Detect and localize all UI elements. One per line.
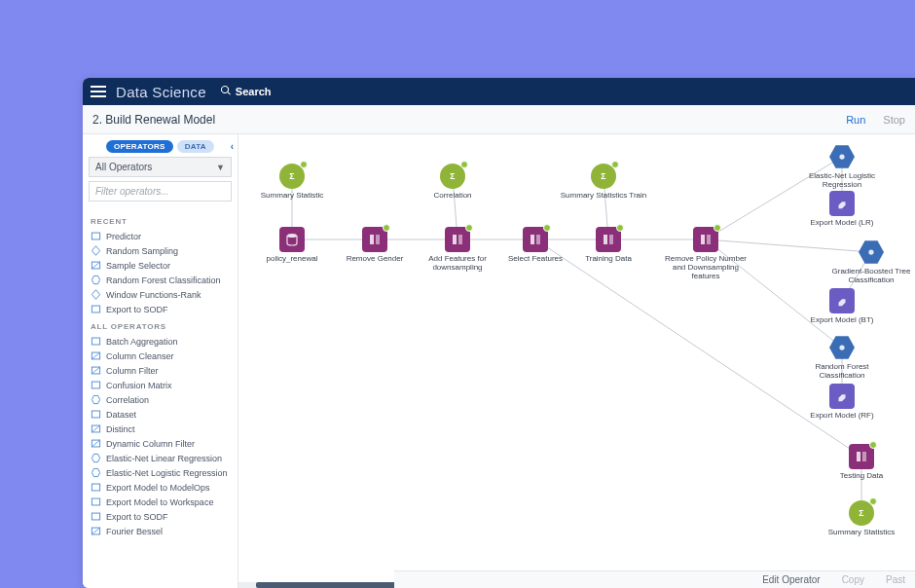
canvas-footer: Edit Operator Copy Past — [394, 570, 915, 588]
operator-item-label: Column Filter — [106, 366, 159, 376]
status-dot-icon — [465, 224, 473, 232]
node-label: Select Features — [508, 255, 563, 264]
node-corr[interactable]: ΣCorrelation — [409, 164, 496, 201]
node-label: Summary Statistic — [261, 192, 323, 201]
filter-operators-input[interactable] — [89, 181, 232, 202]
node-label: Export Model (LR) — [811, 219, 874, 228]
status-dot-icon — [383, 224, 390, 232]
svg-rect-43 — [458, 235, 462, 244]
svg-line-19 — [92, 528, 99, 534]
operator-item[interactable]: Random Forest Classification — [83, 273, 238, 287]
node-label: Training Data — [585, 255, 632, 264]
rect-icon — [91, 482, 101, 493]
operator-item[interactable]: Elastic-Net Logistic Regression — [83, 465, 238, 480]
section-recent: RECENT — [83, 211, 238, 229]
collapse-sidebar-icon[interactable]: ‹ — [231, 141, 234, 152]
operator-item[interactable]: Sample Selector — [83, 258, 238, 273]
rect-icon — [91, 409, 101, 420]
node-enlr[interactable]: Elastic-Net Logistic Regression — [798, 144, 886, 190]
node-sumstats2[interactable]: ΣSummary Statistics — [818, 500, 905, 537]
svg-rect-46 — [604, 235, 607, 244]
copy-link[interactable]: Copy — [842, 574, 864, 585]
run-button[interactable]: Run — [846, 114, 865, 126]
operator-item[interactable]: Window Functions-Rank — [83, 287, 238, 302]
svg-point-50 — [839, 154, 844, 159]
node-sumtrain[interactable]: ΣSummary Statistics Train — [560, 164, 647, 201]
all-operators-dropdown[interactable]: All Operators ▼ — [89, 157, 232, 177]
rectslash-icon — [91, 260, 101, 271]
operator-item-label: Fourier Bessel — [106, 527, 163, 536]
node-policy[interactable]: policy_renewal — [248, 227, 336, 264]
search-button[interactable]: Search — [220, 85, 272, 98]
rectslash-icon — [91, 526, 101, 536]
operator-item[interactable]: Export to SODF — [83, 509, 238, 524]
operator-item[interactable]: Batch Aggregation — [83, 334, 238, 349]
operator-item[interactable]: Correlation — [83, 392, 238, 407]
operator-item[interactable]: Dataset — [83, 407, 238, 422]
node-label: Gradient-Boosted Tree Classification — [827, 268, 915, 285]
edit-operator-link[interactable]: Edit Operator — [762, 574, 820, 585]
status-dot-icon — [616, 224, 624, 232]
rect-icon — [91, 511, 101, 522]
status-dot-icon — [543, 224, 551, 232]
operator-item[interactable]: Confusion Matrix — [83, 378, 238, 392]
paste-link[interactable]: Past — [886, 574, 905, 585]
operator-item[interactable]: Export to SODF — [83, 302, 238, 316]
node-label: Remove Policy Number and Downsampling fe… — [662, 255, 750, 280]
status-dot-icon — [714, 224, 721, 232]
node-label: Add Features for downsampling — [414, 255, 501, 273]
node-rfc[interactable]: Random Forest Classification — [798, 335, 886, 381]
operator-item[interactable]: Fourier Bessel — [83, 524, 238, 538]
operator-item[interactable]: Export Model to ModelOps — [83, 480, 238, 495]
operator-item[interactable]: Predictor — [83, 229, 238, 243]
svg-point-39 — [287, 234, 297, 238]
operator-item[interactable]: Export Model to Workspace — [83, 495, 238, 509]
node-label: Export Model (RF) — [810, 412, 873, 421]
svg-rect-9 — [92, 382, 99, 388]
svg-line-6 — [92, 352, 99, 359]
operator-item-label: Export to SODF — [106, 512, 168, 522]
hexo-icon — [91, 275, 101, 285]
node-exlr[interactable]: Export Model (LR) — [798, 191, 886, 228]
node-label: Elastic-Net Logistic Regression — [798, 172, 886, 190]
svg-rect-4 — [92, 338, 99, 345]
workflow-canvas[interactable]: ΣSummary StatisticΣCorrelationΣSummary S… — [238, 134, 915, 588]
section-all: ALL OPERATORS — [83, 316, 238, 334]
tab-data[interactable]: DATA — [177, 140, 214, 153]
svg-rect-3 — [92, 306, 99, 312]
operator-item[interactable]: Distinct — [83, 422, 238, 436]
operator-item-label: Window Functions-Rank — [106, 290, 201, 300]
operator-item[interactable]: Column Filter — [83, 363, 238, 378]
node-removegender[interactable]: Remove Gender — [331, 227, 419, 264]
node-gbt[interactable]: Gradient-Boosted Tree Classification — [827, 239, 915, 285]
node-sumstat[interactable]: ΣSummary Statistic — [248, 164, 336, 201]
operator-item-label: Elastic-Net Linear Regression — [106, 454, 222, 463]
hexo-icon — [91, 453, 101, 463]
hamburger-icon[interactable] — [91, 86, 106, 97]
node-addfeat[interactable]: Add Features for downsampling — [414, 227, 501, 273]
status-dot-icon — [869, 441, 877, 449]
operator-item[interactable]: Elastic-Net Linear Regression — [83, 451, 238, 465]
operator-item-label: Dynamic Column Filter — [106, 439, 195, 449]
rect-icon — [91, 231, 101, 241]
node-removepol[interactable]: Remove Policy Number and Downsampling fe… — [662, 227, 750, 280]
node-exbt[interactable]: Export Model (BT) — [798, 288, 886, 325]
operator-item-label: Random Sampling — [106, 246, 178, 256]
operator-item[interactable]: Column Cleanser — [83, 349, 238, 363]
search-label: Search — [236, 86, 272, 97]
stop-button[interactable]: Stop — [883, 114, 905, 126]
tab-operators[interactable]: OPERATORS — [106, 140, 173, 153]
operator-list[interactable]: RECENT PredictorRandom SamplingSample Se… — [83, 207, 238, 588]
operator-item[interactable]: Dynamic Column Filter — [83, 436, 238, 451]
operator-item-label: Column Cleanser — [106, 351, 174, 361]
node-exrf[interactable]: Export Model (RF) — [798, 384, 886, 421]
operator-item-label: Export Model to ModelOps — [106, 483, 210, 493]
operator-item-label: Export to SODF — [106, 305, 168, 314]
node-label: Summary Statistics — [828, 529, 895, 537]
svg-rect-15 — [92, 484, 99, 491]
svg-rect-47 — [609, 235, 613, 244]
status-dot-icon — [300, 161, 308, 168]
operator-item[interactable]: Random Sampling — [83, 243, 238, 258]
node-traindata[interactable]: Training Data — [565, 227, 652, 264]
node-testdata[interactable]: Testing Data — [818, 444, 905, 481]
